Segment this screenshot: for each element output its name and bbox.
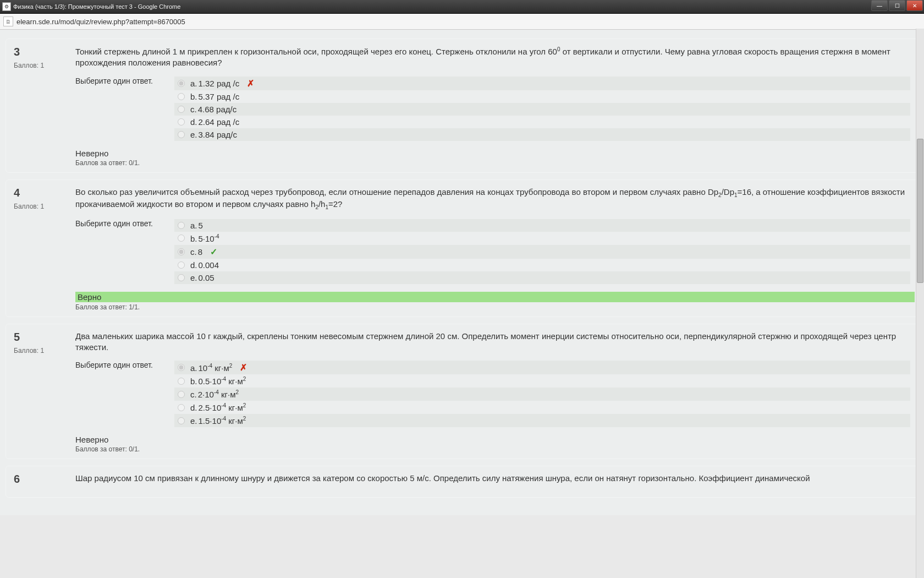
question-text: Во сколько раз увеличится объемный расхо… [75,187,910,211]
question-text: Тонкий стержень длиной 1 м прикреплен к … [75,46,910,69]
answer-option[interactable]: a. 10-4 кг·м2✗ [174,361,910,374]
answer-label: a. 10-4 кг·м2 [190,363,232,373]
answer-label: d. 2.5·10-4 кг·м2 [190,402,246,412]
question-body: Шар радиусом 10 см привязан к длинному ш… [75,473,910,492]
answer-radio[interactable] [178,80,185,87]
result-feedback: Неверно [75,149,910,158]
answer-label: c. 8 [190,247,202,257]
vertical-scrollbar[interactable] [916,29,924,515]
answer-radio[interactable] [178,417,185,424]
answer-option[interactable]: d. 0.004 [174,259,910,271]
answer-radio[interactable] [178,364,185,371]
question-number: 3 [14,46,69,58]
window-titlebar: ⚙ Физика (часть 1/3): Промежуточный тест… [0,0,924,14]
answer-radio[interactable] [178,391,185,398]
result-grade: Баллов за ответ: 1/1. [75,303,910,311]
answer-radio[interactable] [178,235,185,242]
answer-option[interactable]: e. 3.84 рад/с [174,128,910,141]
question-body: Во сколько раз увеличится объемный расхо… [75,187,910,311]
window-maximize-button[interactable]: ☐ [889,0,905,11]
answer-option[interactable]: e. 1.5·10-4 кг·м2 [174,414,910,427]
answer-option[interactable]: e. 0.05 [174,271,910,284]
question-number: 6 [14,473,69,486]
answer-label: c. 4.68 рад/с [190,105,237,114]
answer-radio[interactable] [178,118,185,126]
answer-option[interactable]: a. 1.32 рад /с✗ [174,77,910,90]
answer-prompt: Выберите один ответ. [75,77,169,85]
answer-option[interactable]: d. 2.64 рад /с [174,116,910,128]
wrong-mark-icon: ✗ [240,362,247,373]
answer-list: a. 5b. 5·10-4c. 8✓d. 0.004e. 0.05 [174,219,910,284]
answer-radio[interactable] [178,248,185,255]
answer-radio[interactable] [178,378,185,385]
question-number: 5 [14,331,69,343]
question-block: 4Баллов: 1Во сколько раз увеличится объе… [6,179,919,317]
question-block: 6Шар радиусом 10 см привязан к длинному … [6,466,919,498]
result-feedback: Верно [75,292,915,302]
answer-label: d. 0.004 [190,260,219,270]
question-block: 5Баллов: 1Два маленьких шарика массой 10… [6,324,919,460]
question-sidebar: 5Баллов: 1 [14,331,69,454]
question-body: Два маленьких шарика массой 10 г каждый,… [75,331,910,454]
answer-label: b. 5·10-4 [190,233,219,243]
question-body: Тонкий стержень длиной 1 м прикреплен к … [75,46,910,167]
wrong-mark-icon: ✗ [247,78,254,89]
window-title: Физика (часть 1/3): Промежуточный тест 3… [13,3,180,10]
answer-radio[interactable] [178,274,185,281]
answer-option[interactable]: b. 5·10-4 [174,232,910,245]
window-close-button[interactable]: ✕ [906,0,923,11]
answer-radio[interactable] [178,222,185,229]
answer-option[interactable]: c. 8✓ [174,245,910,259]
answer-radio[interactable] [178,106,185,113]
page-content: 3Баллов: 1Тонкий стержень длиной 1 м при… [0,30,924,515]
answer-option[interactable]: a. 5 [174,219,910,232]
answer-radio[interactable] [178,131,185,138]
answer-option[interactable]: c. 2·10-4 кг·м2 [174,388,910,401]
answer-label: b. 5.37 рад /с [190,92,239,101]
answer-prompt: Выберите один ответ. [75,361,169,369]
answer-list: a. 10-4 кг·м2✗b. 0.5·10-4 кг·м2c. 2·10-4… [174,361,910,427]
scrollbar-thumb[interactable] [917,139,923,283]
address-bar: 🗎 elearn.sde.ru/mod/quiz/review.php?atte… [0,14,924,30]
answer-radio[interactable] [178,93,185,100]
question-text: Два маленьких шарика массой 10 г каждый,… [75,331,910,353]
answer-label: d. 2.64 рад /с [190,117,239,127]
answer-label: e. 1.5·10-4 кг·м2 [190,416,246,426]
answer-label: b. 0.5·10-4 кг·м2 [190,376,246,386]
question-number: 4 [14,187,69,199]
answer-list: a. 1.32 рад /с✗b. 5.37 рад /сc. 4.68 рад… [174,77,910,141]
answer-radio[interactable] [178,404,185,411]
question-max-score: Баллов: 1 [14,347,69,355]
result-grade: Баллов за ответ: 0/1. [75,159,910,167]
question-max-score: Баллов: 1 [14,62,69,69]
result-feedback: Неверно [75,435,910,444]
question-sidebar: 4Баллов: 1 [14,187,69,311]
question-sidebar: 3Баллов: 1 [14,46,69,167]
url-text[interactable]: elearn.sde.ru/mod/quiz/review.php?attemp… [16,18,185,26]
window-minimize-button[interactable]: — [871,0,888,11]
result-grade: Баллов за ответ: 0/1. [75,445,910,453]
answer-label: a. 5 [190,221,203,230]
question-max-score: Баллов: 1 [14,203,69,210]
answer-option[interactable]: b. 5.37 рад /с [174,90,910,103]
answer-option[interactable]: b. 0.5·10-4 кг·м2 [174,374,910,388]
answer-label: e. 3.84 рад/с [190,130,237,139]
answer-option[interactable]: d. 2.5·10-4 кг·м2 [174,401,910,414]
question-block: 3Баллов: 1Тонкий стержень длиной 1 м при… [6,39,919,173]
check-mark-icon: ✓ [210,247,217,257]
answer-prompt: Выберите один ответ. [75,219,169,228]
question-sidebar: 6 [14,473,69,492]
answer-label: e. 0.05 [190,273,215,282]
answer-label: a. 1.32 рад /с [190,79,239,88]
tab-favicon: ⚙ [2,2,11,11]
answer-label: c. 2·10-4 кг·м2 [190,389,239,399]
page-icon: 🗎 [3,17,13,26]
question-text: Шар радиусом 10 см привязан к длинному ш… [75,473,910,484]
answer-option[interactable]: c. 4.68 рад/с [174,103,910,116]
answer-radio[interactable] [178,261,185,269]
